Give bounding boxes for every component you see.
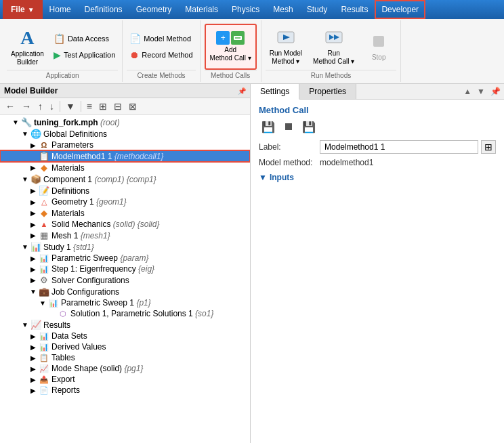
mesh-icon: ▦ (38, 230, 50, 240)
derived-vals-icon: 📊 (38, 343, 50, 352)
label-input[interactable] (320, 140, 478, 154)
tree-item-job-conf[interactable]: ▼ 💼 Job Configurations (0, 286, 250, 297)
inputs-header[interactable]: ▼ Inputs (259, 173, 496, 182)
tree-item-reports[interactable]: ▶ 📄 Reports (0, 385, 250, 396)
tree-item-tables[interactable]: ▶ 📋 Tables (0, 352, 250, 363)
stop-button[interactable]: Stop (361, 24, 396, 70)
eigenfreq-icon: 📊 (38, 265, 50, 274)
menu-bar: File ▼ Home Definitions Geometry Materia… (0, 0, 504, 19)
model-method-icon: 📄 (129, 33, 141, 44)
save-to-model-btn[interactable]: 💾 (259, 119, 278, 135)
tree-item-definitions[interactable]: ▶ 📝 Definitions (0, 185, 250, 196)
materials-icon: ◆ (38, 208, 50, 218)
model-tree: ▼ 🔧 tuning_fork.mph (root) ▼ 🌐 Global De… (0, 115, 250, 443)
tree-item-step1-eig[interactable]: ▶ 📊 Step 1: Eigenfrequency {eig} (0, 263, 250, 274)
tree-item-mode-shape[interactable]: ▶ 📈 Mode Shape (solid) {pg1} (0, 363, 250, 374)
menu-materials[interactable]: Materials (178, 0, 225, 19)
run-model-method-button[interactable]: Run ModelMethod ▾ (266, 24, 306, 70)
up-button[interactable]: ↑ (35, 100, 45, 113)
tree-item-param-sweep[interactable]: ▶ 📊 Parametric Sweep {param} (0, 253, 250, 263)
tab-settings[interactable]: Settings (251, 84, 299, 100)
left-panel: Model Builder 📌 ← → ↑ ↓ ▼ ≡ ⊞ ⊟ ⊠ ▼ 🔧 tu… (0, 84, 251, 443)
tree-item-data-sets[interactable]: ▶ 📊 Data Sets (0, 331, 250, 341)
tree-item-parameters[interactable]: ▶ Ω Parameters (0, 140, 250, 150)
test-application-button[interactable]: ▶ Test Application (51, 48, 118, 62)
tables-icon: 📋 (38, 354, 50, 362)
call-icon (231, 31, 245, 45)
tree-option1[interactable]: ⊟ (111, 100, 125, 113)
menu-home[interactable]: Home (43, 0, 78, 19)
collapse-button[interactable]: ⊞ (96, 100, 110, 113)
svg-rect-8 (373, 36, 384, 47)
tree-item-materials-global[interactable]: ▶ ◆ Materials (0, 162, 250, 173)
tab-properties[interactable]: Properties (299, 84, 356, 99)
tree-item-results[interactable]: ▼ 📈 Results (0, 319, 250, 331)
tree-item-geometry1[interactable]: ▶ △ Geometry 1 {geom1} (0, 196, 250, 207)
menu-physics[interactable]: Physics (225, 0, 266, 19)
geometry-icon: △ (38, 198, 50, 207)
tree-item-solid-mech[interactable]: ▶ ▲ Solid Mechanics (solid) {solid} (0, 219, 250, 230)
tree-item-root[interactable]: ▼ 🔧 tuning_fork.mph (root) (0, 117, 250, 128)
export-icon: 📤 (38, 375, 50, 384)
discard-btn[interactable]: ⏹ (280, 119, 297, 135)
menu-definitions[interactable]: Definitions (78, 0, 129, 19)
model-method-button[interactable]: 📄 Model Method (127, 32, 195, 45)
materials-global-icon: ◆ (38, 163, 50, 173)
add-method-call-button[interactable]: + AddMethod Call ▾ (205, 24, 257, 70)
component-icon: 📦 (30, 174, 42, 184)
forward-button[interactable]: → (19, 100, 34, 113)
menu-results[interactable]: Results (334, 0, 375, 19)
label-field-label: Label: (259, 142, 320, 152)
menu-developer[interactable]: Developer (375, 0, 425, 19)
icon-toolbar: 💾 ⏹ 💾 (259, 119, 496, 135)
ribbon: A ApplicationBuilder 📋 Data Access ▶ Tes… (0, 19, 504, 84)
pin-icon[interactable]: 📌 (238, 87, 246, 95)
global-def-icon: 🌐 (30, 129, 42, 139)
menu-geometry[interactable]: Geometry (129, 0, 179, 19)
corner-pin-btn[interactable]: 📌 (488, 86, 503, 97)
corner-down-btn[interactable]: ▼ (475, 86, 487, 97)
menu-button[interactable]: ▼ (63, 100, 78, 113)
section-title: Method Call (259, 105, 496, 115)
run-methods-label: Run Methods (266, 70, 397, 79)
inputs-label: Inputs (270, 173, 294, 182)
method-calls-label: Method Calls (205, 70, 257, 79)
data-access-button[interactable]: 📋 Data Access (51, 32, 118, 45)
menu-mesh[interactable]: Mesh (266, 0, 299, 19)
tree-item-study1[interactable]: ▼ 📊 Study 1 {std1} (0, 241, 250, 253)
menu-study[interactable]: Study (300, 0, 335, 19)
tree-item-param-sweep1[interactable]: ▼ 📊 Parametric Sweep 1 {p1} (0, 297, 250, 308)
file-menu[interactable]: File ▼ (3, 0, 43, 19)
right-content: Method Call 💾 ⏹ 💾 Label: ⊞ Model method:… (251, 100, 504, 443)
tree-item-mesh1[interactable]: ▶ ▦ Mesh 1 {mesh1} (0, 230, 250, 241)
run-method-call-button[interactable]: RunMethod Call ▾ (309, 24, 358, 70)
expand-button[interactable]: ≡ (84, 100, 95, 113)
tree-item-materials[interactable]: ▶ ◆ Materials (0, 207, 250, 219)
tree-item-component1[interactable]: ▼ 📦 Component 1 (comp1) {comp1} (0, 173, 250, 185)
tree-item-modelmethod1[interactable]: 📋 Modelmethod1 1 {methodcall1} (0, 150, 250, 162)
ribbon-group-run-methods: Run ModelMethod ▾ RunMethod Call ▾ (261, 20, 402, 82)
solution1-icon: ⬡ (57, 310, 69, 318)
stop-icon (369, 32, 388, 51)
model-builder-title: Model Builder (4, 86, 58, 96)
create-methods-label: Create Methods (127, 70, 195, 79)
save-btn[interactable]: 💾 (299, 119, 318, 135)
down-button[interactable]: ↓ (47, 100, 57, 113)
right-tabs: Settings Properties ▲ ▼ 📌 (251, 84, 504, 100)
tree-item-global-def[interactable]: ▼ 🌐 Global Definitions (0, 128, 250, 140)
model-method-value: modelmethod1 (320, 158, 373, 167)
add-call-icon: + (216, 31, 230, 45)
ribbon-group-create-methods: 📄 Model Method ⏺ Record Method Create Me… (123, 20, 200, 82)
back-button[interactable]: ← (3, 100, 18, 113)
tree-item-solution1[interactable]: ⬡ Solution 1, Parametric Solutions 1 {so… (0, 308, 250, 319)
tree-item-solver-conf[interactable]: ▶ ⚙ Solver Configurations (0, 274, 250, 286)
results-icon: 📈 (30, 320, 42, 330)
reports-icon: 📄 (38, 386, 50, 395)
corner-up-btn[interactable]: ▲ (461, 86, 474, 97)
application-builder-button[interactable]: A ApplicationBuilder (7, 24, 48, 70)
record-method-button[interactable]: ⏺ Record Method (127, 48, 195, 62)
tree-option2[interactable]: ⊠ (126, 100, 140, 113)
tree-item-derived-vals[interactable]: ▶ 📊 Derived Values (0, 341, 250, 352)
label-reset-btn[interactable]: ⊞ (481, 140, 496, 154)
tree-item-export[interactable]: ▶ 📤 Export (0, 374, 250, 385)
